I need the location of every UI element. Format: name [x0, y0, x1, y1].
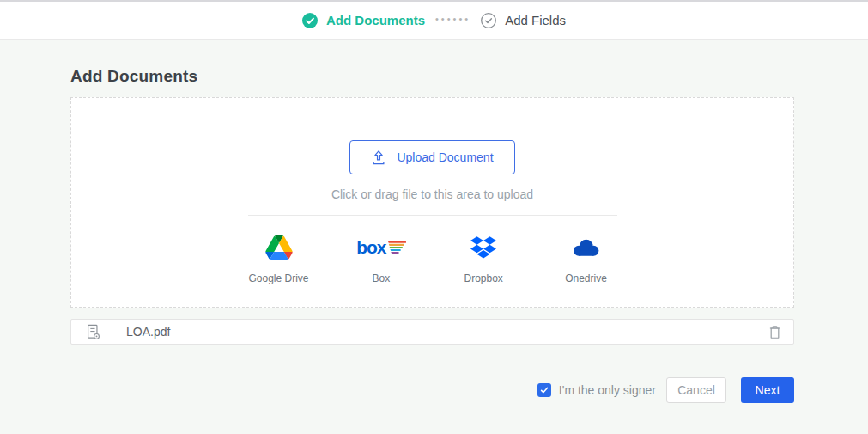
provider-label: Onedrive — [565, 272, 607, 284]
dropzone-divider — [248, 215, 617, 216]
step-complete-icon — [302, 13, 318, 28]
uploaded-file-row: LOA.pdf — [70, 319, 794, 345]
provider-google-drive[interactable]: Google Drive — [231, 234, 327, 284]
delete-file-icon[interactable] — [768, 325, 781, 339]
cloud-providers: Google Drive box Box — [231, 234, 634, 284]
file-name: LOA.pdf — [126, 325, 170, 339]
upload-button-label: Upload Document — [397, 150, 493, 164]
step-add-fields[interactable]: Add Fields — [481, 13, 566, 28]
provider-label: Google Drive — [248, 272, 308, 284]
onedrive-icon — [570, 234, 601, 261]
provider-label: Box — [372, 272, 390, 284]
cancel-button[interactable]: Cancel — [666, 377, 726, 403]
file-document-icon — [85, 323, 100, 340]
page-title: Add Documents — [70, 67, 794, 86]
provider-dropbox[interactable]: Dropbox — [435, 234, 531, 284]
step-add-documents[interactable]: Add Documents — [302, 13, 425, 28]
provider-box[interactable]: box Box — [333, 234, 429, 284]
provider-onedrive[interactable]: Onedrive — [537, 234, 634, 284]
provider-label: Dropbox — [464, 272, 502, 284]
stepper-dots: •••••• — [435, 15, 470, 26]
next-button[interactable]: Next — [741, 377, 794, 403]
upload-document-button[interactable]: Upload Document — [349, 140, 514, 174]
main-content: Add Documents Upload Document Click or d… — [0, 40, 868, 403]
only-signer-label: I'm the only signer — [559, 383, 656, 397]
step-label: Add Documents — [326, 13, 425, 28]
step-pending-icon — [481, 13, 496, 28]
only-signer-checkbox[interactable] — [537, 383, 551, 397]
step-label: Add Fields — [505, 13, 566, 28]
progress-stepper: Add Documents •••••• Add Fields — [302, 13, 566, 28]
box-icon: box — [356, 234, 405, 261]
upload-icon — [371, 150, 386, 166]
footer-actions: I'm the only signer Cancel Next — [70, 377, 794, 403]
upload-dropzone[interactable]: Upload Document Click or drag file to th… — [70, 97, 794, 308]
top-bar: Add Documents •••••• Add Fields — [0, 0, 868, 40]
google-drive-icon — [265, 234, 293, 261]
dropbox-icon — [470, 234, 496, 261]
upload-hint-text: Click or drag file to this area to uploa… — [331, 187, 533, 201]
